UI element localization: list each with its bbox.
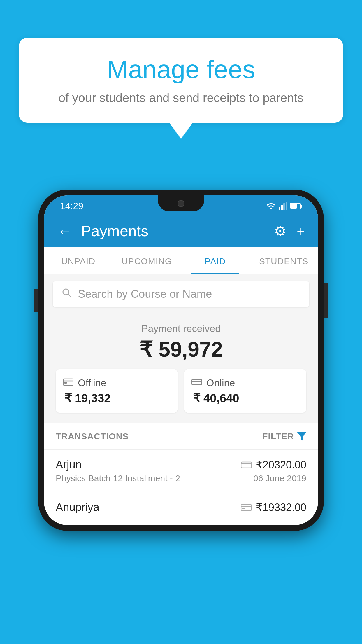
add-button[interactable]: + [297, 223, 305, 239]
offline-label: Offline [78, 377, 106, 388]
notch [158, 195, 204, 211]
payment-received-amount: ₹ 59,972 [56, 337, 306, 362]
svg-line-8 [68, 294, 71, 297]
speech-bubble-wrapper: Manage fees of your students and send re… [19, 38, 343, 139]
card-payment-icon [241, 461, 252, 469]
offline-payment-card: Offline ₹ 19,332 [56, 369, 178, 413]
tab-upcoming[interactable]: UPCOMING [113, 247, 181, 274]
page-title: Payments [81, 222, 148, 240]
status-bar-time: 14:29 [60, 201, 83, 211]
tab-unpaid[interactable]: UNPAID [44, 247, 113, 274]
offline-payment-icon [241, 503, 252, 512]
tabs-container: UNPAID UPCOMING PAID STUDENTS [44, 247, 318, 274]
transaction-date: 06 June 2019 [253, 473, 306, 483]
settings-button[interactable]: ⚙ [274, 223, 287, 239]
wifi-icon [266, 202, 276, 210]
transaction-row-top: Arjun ₹20320.00 [56, 459, 306, 471]
svg-rect-11 [64, 382, 67, 384]
phone-wrapper: 14:29 [38, 190, 324, 531]
svg-rect-1 [281, 205, 283, 210]
filter-icon [297, 432, 306, 441]
search-bar[interactable]: Search by Course or Name [53, 281, 309, 307]
tab-paid[interactable]: PAID [181, 247, 249, 274]
tab-students[interactable]: STUDENTS [249, 247, 318, 274]
transaction-name-2: Anupriya [56, 501, 99, 514]
speech-bubble-subtitle: of your students and send receipts to pa… [34, 90, 328, 107]
speech-bubble: Manage fees of your students and send re… [19, 38, 343, 123]
transaction-row[interactable]: Anupriya ₹19332.00 [44, 492, 318, 525]
transactions-label: TRANSACTIONS [56, 431, 129, 441]
online-label: Online [206, 377, 235, 388]
transactions-header: TRANSACTIONS FILTER [44, 423, 318, 450]
online-card-header: Online [191, 377, 235, 388]
phone-screen: 14:29 [44, 195, 318, 525]
payment-received-label: Payment received [56, 323, 306, 334]
svg-rect-6 [290, 204, 297, 209]
app-header-left: ← Payments [57, 222, 148, 240]
status-bar: 14:29 [44, 195, 318, 215]
filter-label: FILTER [262, 431, 294, 441]
online-icon [191, 377, 202, 388]
transaction-course: Physics Batch 12 Installment - 2 [56, 473, 180, 483]
app-header-right: ⚙ + [274, 223, 305, 239]
transaction-row-top-2: Anupriya ₹19332.00 [56, 501, 306, 514]
svg-marker-14 [297, 432, 306, 441]
battery-icon [290, 203, 302, 209]
online-payment-card: Online ₹ 40,640 [184, 369, 306, 413]
svg-rect-19 [242, 508, 245, 509]
svg-rect-5 [301, 205, 302, 208]
transaction-amount: ₹20320.00 [256, 459, 306, 471]
app-header: ← Payments ⚙ + [44, 215, 318, 247]
status-bar-icons [266, 202, 302, 210]
offline-amount: ₹ 19,332 [63, 391, 110, 405]
offline-icon [63, 377, 73, 388]
search-container: Search by Course or Name [44, 274, 318, 314]
search-icon [61, 288, 72, 301]
back-button[interactable]: ← [57, 223, 72, 239]
online-amount: ₹ 40,640 [191, 391, 239, 405]
background: Manage fees of your students and send re… [0, 0, 362, 644]
phone-frame: 14:29 [38, 190, 324, 531]
transaction-amount-2: ₹19332.00 [256, 501, 306, 514]
speech-bubble-title: Manage fees [34, 55, 328, 84]
payment-cards: Offline ₹ 19,332 [56, 369, 306, 413]
transaction-amount-wrapper: ₹20320.00 [241, 459, 306, 471]
payment-summary: Payment received ₹ 59,972 [44, 314, 318, 423]
notch-camera [178, 200, 184, 207]
filter-button[interactable]: FILTER [262, 431, 306, 441]
transaction-row-bottom: Physics Batch 12 Installment - 2 06 June… [56, 473, 306, 483]
svg-rect-2 [283, 203, 285, 210]
offline-card-header: Offline [63, 377, 106, 388]
svg-rect-3 [286, 202, 287, 210]
search-placeholder-text: Search by Course or Name [78, 288, 212, 300]
svg-rect-15 [241, 462, 252, 468]
svg-rect-0 [279, 207, 280, 210]
bubble-pointer [169, 123, 193, 139]
transaction-row[interactable]: Arjun ₹20320.00 Physics Batch 12 Install… [44, 450, 318, 492]
transaction-amount-wrapper-2: ₹19332.00 [241, 501, 306, 514]
signal-icon [279, 202, 287, 210]
svg-rect-12 [192, 379, 202, 385]
transaction-name: Arjun [56, 459, 82, 471]
